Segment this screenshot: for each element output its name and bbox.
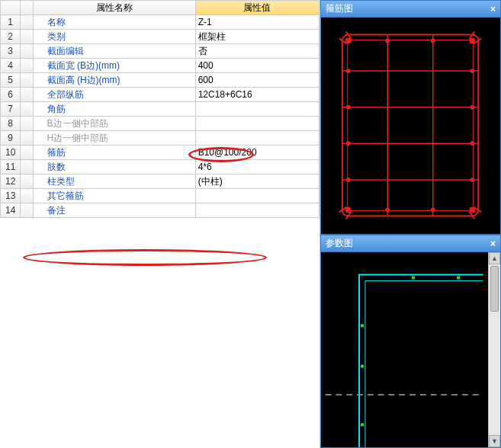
table-row[interactable]: 11肢数4*6 <box>1 160 320 174</box>
property-name[interactable]: 截面编辑 <box>33 44 195 59</box>
svg-point-26 <box>470 141 474 146</box>
close-icon[interactable]: × <box>490 238 496 249</box>
property-value[interactable] <box>195 102 319 117</box>
expander-header <box>21 1 33 15</box>
svg-point-17 <box>345 37 352 43</box>
row-number: 10 <box>1 146 21 160</box>
svg-point-31 <box>431 208 435 213</box>
property-name[interactable]: 箍筋 <box>33 146 195 160</box>
property-value[interactable]: (中柱) <box>195 174 319 189</box>
property-value[interactable]: 4*6 <box>195 160 319 174</box>
property-name[interactable]: 备注 <box>33 203 195 218</box>
property-name[interactable]: H边一侧中部筋 <box>33 131 195 146</box>
table-row[interactable]: 6全部纵筋12C18+6C16 <box>1 88 320 102</box>
vertical-scrollbar[interactable]: ▲ ▼ <box>488 252 500 447</box>
property-name[interactable]: B边一侧中部筋 <box>33 117 195 131</box>
expander-cell <box>21 117 33 131</box>
row-number: 13 <box>1 189 21 203</box>
expander-cell <box>21 44 33 59</box>
row-number: 11 <box>1 160 21 174</box>
stirrup-diagram <box>320 18 501 235</box>
svg-point-18 <box>385 38 390 43</box>
expander-cell <box>21 146 33 160</box>
svg-rect-38 <box>361 365 364 368</box>
stirrup-diagram-title: 箍筋图 <box>326 2 353 15</box>
svg-point-23 <box>346 105 351 110</box>
scroll-down-arrow[interactable]: ▼ <box>489 435 500 447</box>
row-number: 4 <box>1 59 21 73</box>
close-icon[interactable]: × <box>490 4 496 14</box>
table-row[interactable]: 4截面宽 (B边)(mm)400 <box>1 59 320 73</box>
property-value[interactable]: Z-1 <box>195 15 319 30</box>
property-name[interactable]: 全部纵筋 <box>33 88 195 102</box>
property-name[interactable]: 其它箍筋 <box>33 189 195 203</box>
property-value[interactable] <box>195 117 319 131</box>
property-name[interactable]: 柱类型 <box>33 174 195 189</box>
expander-cell <box>21 15 33 30</box>
table-row[interactable]: 5截面高 (H边)(mm)600 <box>1 73 320 88</box>
property-value[interactable] <box>195 189 319 203</box>
svg-point-29 <box>345 207 352 213</box>
property-value[interactable] <box>195 131 319 146</box>
stirrup-diagram-header: 箍筋图 × <box>320 0 501 18</box>
property-value[interactable]: 12C18+6C16 <box>195 88 319 102</box>
table-row[interactable]: 8B边一侧中部筋 <box>1 117 320 131</box>
row-number: 3 <box>1 44 21 59</box>
row-number: 8 <box>1 117 21 131</box>
expander-cell <box>21 174 33 189</box>
property-panel: 属性名称 属性值 1名称Z-12类别框架柱3截面编辑否4截面宽 (B边)(mm)… <box>0 0 320 448</box>
expander-cell <box>21 88 33 102</box>
row-number: 5 <box>1 73 21 88</box>
svg-point-25 <box>346 141 351 146</box>
svg-point-20 <box>469 37 475 43</box>
property-value[interactable]: 600 <box>195 73 319 88</box>
expander-cell <box>21 102 33 117</box>
svg-point-27 <box>346 178 351 182</box>
table-row[interactable]: 3截面编辑否 <box>1 44 320 59</box>
svg-point-19 <box>431 38 435 43</box>
property-value[interactable]: B10@100/200 <box>195 146 319 160</box>
param-diagram-header: 参数图 × <box>320 235 501 252</box>
table-row[interactable]: 14备注 <box>1 203 320 218</box>
row-number: 14 <box>1 203 21 218</box>
property-value[interactable]: 否 <box>195 44 319 59</box>
svg-rect-41 <box>457 277 460 280</box>
expander-cell <box>21 30 33 44</box>
row-number: 2 <box>1 30 21 44</box>
stirrup-svg <box>321 18 500 234</box>
property-name[interactable]: 类别 <box>33 30 195 44</box>
row-number: 1 <box>1 15 21 30</box>
property-name[interactable]: 截面高 (H边)(mm) <box>33 73 195 88</box>
table-row[interactable]: 10箍筋B10@100/200 <box>1 146 320 160</box>
expander-cell <box>21 203 33 218</box>
row-number: 7 <box>1 102 21 117</box>
row-number: 9 <box>1 131 21 146</box>
param-diagram-title: 参数图 <box>326 237 353 250</box>
expander-cell <box>21 160 33 174</box>
value-header[interactable]: 属性值 <box>195 1 319 15</box>
name-header[interactable]: 属性名称 <box>33 1 195 15</box>
property-name[interactable]: 截面宽 (B边)(mm) <box>33 59 195 73</box>
property-value[interactable]: 框架柱 <box>195 30 319 44</box>
property-value[interactable] <box>195 203 319 218</box>
property-name[interactable]: 名称 <box>33 15 195 30</box>
table-row[interactable]: 12柱类型(中柱) <box>1 174 320 189</box>
expander-cell <box>21 131 33 146</box>
expander-cell <box>21 73 33 88</box>
param-diagram: ▲ ▼ <box>320 252 501 448</box>
table-row[interactable]: 1名称Z-1 <box>1 15 320 30</box>
svg-point-21 <box>346 69 351 73</box>
svg-rect-40 <box>412 277 415 280</box>
svg-point-32 <box>469 207 475 213</box>
table-row[interactable]: 9H边一侧中部筋 <box>1 131 320 146</box>
table-row[interactable]: 7角筋 <box>1 102 320 117</box>
property-name[interactable]: 角筋 <box>33 102 195 117</box>
row-number: 12 <box>1 174 21 189</box>
table-row[interactable]: 2类别框架柱 <box>1 30 320 44</box>
row-number: 6 <box>1 88 21 102</box>
scroll-thumb[interactable] <box>490 266 499 312</box>
property-value[interactable]: 400 <box>195 59 319 73</box>
scroll-up-arrow[interactable]: ▲ <box>489 252 500 264</box>
property-name[interactable]: 肢数 <box>33 160 195 174</box>
table-row[interactable]: 13其它箍筋 <box>1 189 320 203</box>
